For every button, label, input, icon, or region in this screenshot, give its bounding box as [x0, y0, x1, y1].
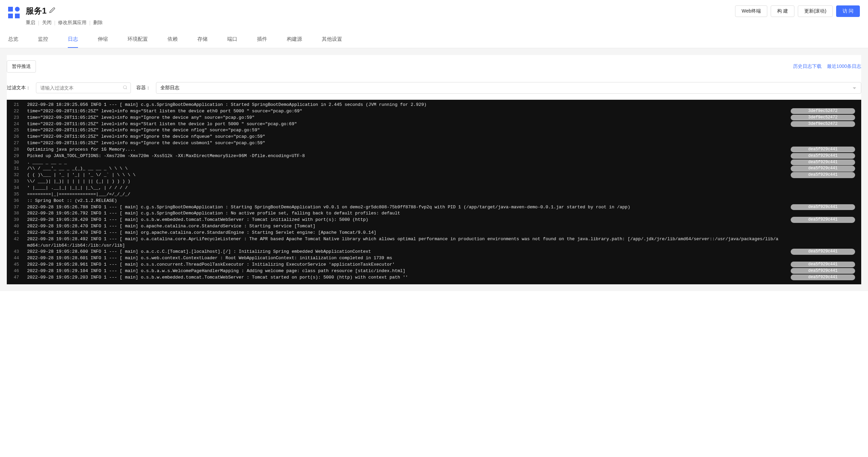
log-line-text: time="2022-09-28T11:05:25Z" level=info m…	[27, 108, 778, 115]
edit-title-icon[interactable]	[49, 7, 55, 15]
log-line: 23time="2022-09-28T11:05:25Z" level=info…	[7, 115, 861, 121]
log-line-text: =========|_|==============|___/=/_/_/_/	[27, 191, 778, 198]
log-line-text: 2022-09-28 19:05:29.104 INFO 1 --- [ mai…	[27, 268, 778, 274]
filter-text-input[interactable]	[36, 82, 131, 93]
log-line: 34' |____| .__|_| |_|_| |_\__, | / / / /	[7, 185, 861, 191]
log-line-text: time="2022-09-28T11:05:25Z" level=info m…	[27, 134, 778, 140]
log-line-text: time="2022-09-28T11:05:25Z" level=info m…	[27, 127, 778, 134]
tab-7[interactable]: 端口	[227, 31, 237, 48]
log-line: 35=========|_|==============|___/=/_/_/_…	[7, 191, 861, 198]
tab-4[interactable]: 环境配置	[127, 31, 148, 48]
action-change-app[interactable]: 修改所属应用	[58, 20, 86, 26]
log-line-text: /\\ / ___'_ __ _ _(_)_ __ __ _ \ \ \ \	[27, 166, 778, 172]
tab-6[interactable]: 存储	[197, 31, 208, 48]
log-line: 422022-09-28 19:05:28.492 INFO 1 --- [ m…	[7, 236, 861, 249]
log-line: 32( ( )\___ | '_ | '_| | '_ \/ _` | \ \ …	[7, 172, 861, 178]
log-line-number: 25	[11, 127, 27, 134]
log-line-number: 33	[11, 178, 27, 185]
log-line-tag: dea5f929c441	[791, 249, 855, 254]
page-title: 服务1	[26, 5, 46, 16]
app-logo	[8, 7, 20, 19]
log-line: 412022-09-28 19:05:28.470 INFO 1 --- [ m…	[7, 230, 861, 236]
log-line-tag: dea5f929c441	[791, 147, 855, 152]
log-line-text: Optimizing java process for 1G Memory...…	[27, 147, 778, 153]
log-line-number: 31	[11, 166, 27, 172]
svg-point-0	[123, 85, 126, 89]
log-line-tag: 3def9ec52472	[791, 108, 855, 114]
tab-9[interactable]: 构建源	[287, 31, 302, 48]
log-line: 432022-09-28 19:05:28.600 INFO 1 --- [ m…	[7, 249, 861, 255]
log-line-tag: dea5f929c441	[791, 217, 855, 223]
log-line: 29Picked up JAVA_TOOL_OPTIONS: -Xms720m …	[7, 153, 861, 159]
log-line: 22time="2022-09-28T11:05:25Z" level=info…	[7, 108, 861, 115]
log-line-number: 39	[11, 217, 27, 223]
visit-button[interactable]: 访 问	[836, 5, 860, 17]
history-download-link[interactable]: 历史日志下载	[793, 63, 822, 70]
log-line-text: 2022-09-28 19:05:29.203 INFO 1 --- [ mai…	[27, 274, 778, 281]
log-line-tag: dea5f929c441	[791, 268, 855, 274]
log-line-text: Picked up JAVA_TOOL_OPTIONS: -Xms720m -X…	[27, 153, 778, 159]
log-line-text: 2022-09-28 19:05:26.788 INFO 1 --- [ mai…	[27, 204, 778, 211]
log-line-text: 2022-09-28 19:05:28.470 INFO 1 --- [ mai…	[27, 223, 778, 230]
container-select-value: 全部日志	[160, 85, 179, 90]
log-line-tag: dea5f929c441	[791, 172, 855, 178]
action-delete[interactable]: 删除	[93, 20, 103, 26]
tab-5[interactable]: 依赖	[167, 31, 178, 48]
log-line-text: . ____ _ __ _ _	[27, 159, 778, 166]
log-line-tag: 3def9ec52472	[791, 121, 855, 127]
log-line: 33\\/ ___)| |_)| | | | | || (_| | ) ) ) …	[7, 178, 861, 185]
recent-1000-link[interactable]: 最近1000条日志	[827, 63, 861, 70]
action-close[interactable]: 关闭	[42, 20, 52, 26]
log-line-number: 22	[11, 108, 27, 115]
tab-10[interactable]: 其他设置	[322, 31, 342, 48]
log-line: 27time="2022-09-28T11:05:25Z" level=info…	[7, 140, 861, 147]
search-icon[interactable]	[123, 85, 127, 91]
log-line-number: 30	[11, 159, 27, 166]
tab-3[interactable]: 伸缩	[98, 31, 108, 48]
log-line-number: 21	[11, 102, 27, 108]
log-line-tag: 3def9ec52472	[791, 115, 855, 120]
log-line: 212022-09-28 18:29:25.056 INFO 1 --- [ m…	[7, 102, 861, 108]
log-line: 36:: Spring Boot :: (v2.1.2.RELEASE)	[7, 198, 861, 204]
log-line: 372022-09-28 19:05:26.788 INFO 1 --- [ m…	[7, 204, 861, 211]
container-select[interactable]: 全部日志	[156, 82, 861, 94]
tab-2[interactable]: 日志	[68, 31, 78, 48]
web-terminal-button[interactable]: Web终端	[735, 5, 767, 17]
svg-line-1	[126, 88, 127, 89]
log-line-number: 27	[11, 140, 27, 147]
tab-0[interactable]: 总览	[8, 31, 18, 48]
log-line-text: 2022-09-28 19:05:28.470 INFO 1 --- [ mai…	[27, 230, 778, 236]
log-line: 26time="2022-09-28T11:05:25Z" level=info…	[7, 134, 861, 140]
log-line-number: 41	[11, 230, 27, 236]
log-line-tag: dea5f929c441	[791, 159, 855, 165]
log-line-number: 37	[11, 204, 27, 211]
log-line-tag: dea5f929c441	[791, 262, 855, 267]
log-line-text: :: Spring Boot :: (v2.1.2.RELEASE)	[27, 198, 778, 204]
container-label: 容器：	[136, 85, 151, 91]
log-line-text: ( ( )\___ | '_ | '_| | '_ \/ _` | \ \ \ …	[27, 172, 778, 178]
tab-8[interactable]: 插件	[257, 31, 267, 48]
log-line-text: 2022-09-28 18:29:25.056 INFO 1 --- [ mai…	[27, 102, 778, 108]
log-line: 472022-09-28 19:05:29.203 INFO 1 --- [ m…	[7, 274, 861, 281]
log-viewer[interactable]: 212022-09-28 18:29:25.056 INFO 1 --- [ m…	[7, 100, 861, 284]
action-restart[interactable]: 重启	[26, 20, 35, 26]
build-button[interactable]: 构 建	[771, 5, 794, 17]
log-line-number: 23	[11, 115, 27, 121]
log-line-number: 29	[11, 153, 27, 159]
log-line: 382022-09-28 19:05:26.792 INFO 1 --- [ m…	[7, 210, 861, 217]
log-line-number: 40	[11, 223, 27, 230]
log-line-tag: dea5f929c441	[791, 204, 855, 210]
update-scroll-button[interactable]: 更新(滚动)	[798, 5, 833, 17]
log-line-text: 2022-09-28 19:05:28.492 INFO 1 --- [ mai…	[27, 236, 778, 249]
pause-push-button[interactable]: 暂停推送	[7, 60, 36, 73]
log-line-number: 35	[11, 191, 27, 198]
log-line-tag: dea5f929c441	[791, 274, 855, 280]
tab-1[interactable]: 监控	[38, 31, 48, 48]
log-line: 442022-09-28 19:05:28.601 INFO 1 --- [ m…	[7, 255, 861, 262]
filter-text-label: 过滤文本：	[7, 85, 31, 91]
log-line-text: 2022-09-28 19:05:28.961 INFO 1 --- [ mai…	[27, 262, 778, 268]
log-line: 392022-09-28 19:05:28.420 INFO 1 --- [ m…	[7, 217, 861, 223]
log-line-number: 45	[11, 262, 27, 268]
header-action-links: 重启 | 关闭 | 修改所属应用 | 删除	[26, 20, 735, 26]
log-line: 402022-09-28 19:05:28.470 INFO 1 --- [ m…	[7, 223, 861, 230]
